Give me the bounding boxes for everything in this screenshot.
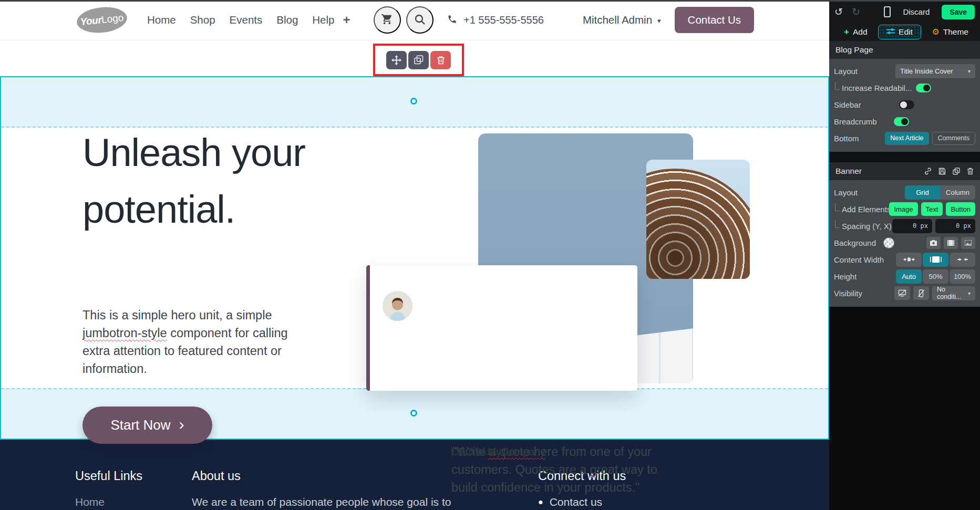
chevron-down-icon: ▾ (964, 68, 971, 74)
next-article-button[interactable]: Next Article (885, 132, 929, 145)
footer-link-home[interactable]: Home (75, 496, 142, 508)
content-width-small-button[interactable] (896, 253, 922, 267)
visibility-condition-select[interactable]: No conditi... ▾ (932, 286, 975, 300)
hide-mobile-icon[interactable] (913, 286, 929, 300)
editor-tabs: + Add Edit ⚙ Theme (829, 24, 980, 41)
hero-image-curved-building[interactable] (646, 160, 750, 279)
visibility-condition-value: No conditi... (937, 286, 964, 300)
content-width-medium-button[interactable] (923, 253, 948, 267)
tab-theme-label: Theme (943, 27, 968, 37)
hero-content: Unleash your potential. This is a simple… (1, 129, 828, 390)
add-image-button[interactable]: Image (889, 202, 917, 216)
content-width-full-button[interactable] (950, 253, 975, 267)
background-video-film-icon[interactable] (944, 237, 958, 249)
start-now-button[interactable]: Start Now › (82, 407, 212, 444)
height-50-button[interactable]: 50% (923, 269, 948, 284)
readability-toggle[interactable] (916, 84, 931, 92)
spacing-strip-top (1, 77, 828, 128)
save-block-icon[interactable] (938, 168, 946, 175)
cart-button[interactable] (374, 6, 401, 34)
start-now-label: Start Now (110, 417, 170, 433)
height-auto-button[interactable]: Auto (896, 269, 922, 284)
mobile-preview-icon[interactable] (884, 6, 891, 17)
delete-snippet-button[interactable] (430, 51, 451, 69)
panel-title: Blog Page (835, 45, 873, 55)
search-button[interactable] (406, 6, 434, 34)
banner-snippet[interactable]: Unleash your potential. This is a simple… (0, 76, 829, 440)
background-color-swatch[interactable] (883, 237, 894, 248)
layout-select[interactable]: Title Inside Cover ▾ (895, 64, 975, 78)
tab-edit[interactable]: Edit (878, 25, 921, 39)
author-role: CEO of MyCompany (451, 443, 675, 461)
phone-link[interactable]: +1 555-555-5556 (447, 14, 544, 26)
hero-heading: Unleash your potential. (82, 124, 314, 238)
user-name: Mitchell Admin (583, 14, 652, 26)
layout-grid-button[interactable]: Grid (905, 185, 940, 200)
chevron-down-icon: ▾ (964, 290, 971, 296)
height-100-button[interactable]: 100% (950, 269, 975, 284)
window-top-edge (0, 0, 980, 2)
editor-topbar: ↺ ↻ Discard Save (829, 0, 980, 24)
menu-item-events[interactable]: Events (230, 14, 263, 26)
row-add-elements: Add Elements Image Text Button (834, 201, 975, 217)
row-visibility: Visibility No conditi... ▾ (834, 285, 975, 301)
duplicate-snippet-button[interactable] (408, 51, 429, 69)
gear-icon: ⚙ (932, 27, 939, 37)
site-logo[interactable]: YourLogo (76, 5, 128, 35)
anchor-link-icon[interactable] (924, 168, 932, 175)
spacing-y-input[interactable]: 0 px (892, 219, 932, 233)
add-text-button[interactable]: Text (921, 202, 943, 216)
tree-connector (835, 203, 839, 211)
footer-heading: About us (192, 469, 465, 483)
save-button[interactable]: Save (942, 5, 975, 19)
layout-segmented-control: Grid Column (905, 185, 975, 200)
search-icon (414, 14, 426, 27)
trash-icon (437, 56, 445, 65)
row-layout: Layout Title Inside Cover ▾ (834, 63, 975, 79)
author-role-prefix: CEO of (451, 446, 488, 457)
copy-icon[interactable] (953, 168, 960, 175)
row-bottom: Bottom Next Article Comments (834, 130, 975, 147)
footer-link-contact[interactable]: ● Contact us (538, 496, 626, 508)
spacing-x-input[interactable]: 0 px (935, 219, 975, 233)
testimonial-author: Paul Dawson CEO of MyCompany (383, 291, 622, 321)
undo-icon[interactable]: ↺ (834, 7, 843, 17)
plus-icon: + (844, 27, 849, 37)
redo-icon[interactable]: ↻ (852, 7, 860, 17)
menu-item-home[interactable]: Home (147, 14, 176, 26)
user-menu[interactable]: Mitchell Admin ▾ (583, 14, 661, 26)
website-builder-screen: YourLogo Home Shop Events Blog Help + +1… (0, 0, 980, 510)
move-snippet-button[interactable] (386, 51, 407, 69)
comments-button[interactable]: Comments (932, 132, 975, 145)
add-menu-item-icon[interactable]: + (343, 14, 350, 26)
content-width-label: Content Width (834, 255, 884, 264)
readability-label: Increase Readabil... (842, 84, 912, 92)
panel-title: Banner (835, 166, 862, 176)
tab-add[interactable]: + Add (844, 27, 868, 37)
resize-handle-top[interactable] (410, 98, 417, 105)
resize-handle-bottom[interactable] (410, 410, 417, 417)
background-image-camera-icon[interactable] (926, 237, 941, 249)
tab-theme[interactable]: ⚙ Theme (932, 27, 968, 37)
menu-item-blog[interactable]: Blog (276, 14, 298, 26)
testimonial-card[interactable]: "Write a quote here from one of your cus… (366, 265, 637, 391)
hide-desktop-icon[interactable] (894, 286, 910, 300)
menu-item-shop[interactable]: Shop (190, 14, 215, 26)
contact-us-button[interactable]: Contact Us (675, 7, 754, 33)
site-navbar: YourLogo Home Shop Events Blog Help + +1… (0, 0, 829, 40)
trash-icon[interactable] (967, 168, 974, 175)
breadcrumb-toggle[interactable] (894, 117, 909, 126)
hero-paragraph-misspelled: jumbotron-style (82, 326, 167, 340)
add-button-button[interactable]: Button (946, 202, 975, 216)
discard-button[interactable]: Discard (900, 7, 933, 17)
tab-add-label: Add (853, 27, 868, 37)
hero-paragraph: This is a simple hero unit, a simple jum… (82, 306, 306, 378)
background-shape-icon[interactable] (961, 237, 975, 249)
background-label: Background (834, 238, 876, 247)
menu-item-help[interactable]: Help (312, 14, 334, 26)
duplicate-icon (414, 55, 424, 65)
tree-connector (835, 82, 839, 90)
phone-icon (447, 14, 457, 26)
layout-column-button[interactable]: Column (940, 185, 975, 200)
sidebar-toggle[interactable] (899, 100, 914, 109)
